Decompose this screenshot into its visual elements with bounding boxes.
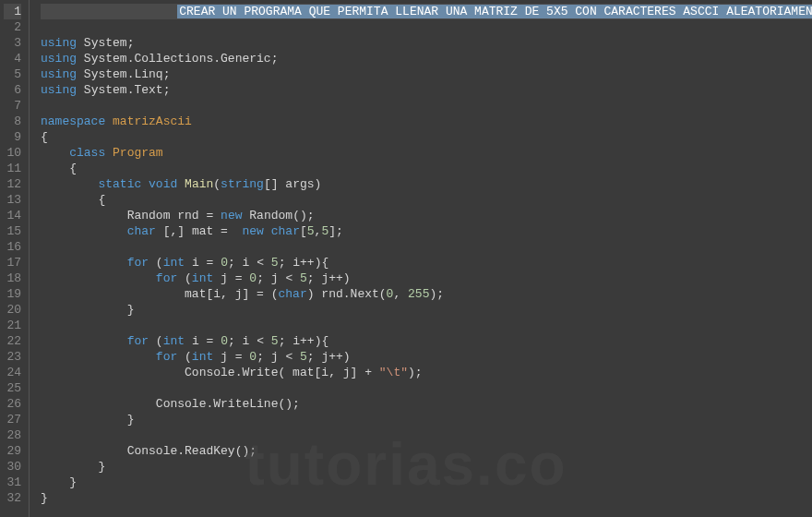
code-line: using System.Collections.Generic; [41,51,812,66]
code-line: Random rnd = new Random(); [41,208,812,223]
code-line: using System.Linq; [41,66,812,82]
code-line: for (int i = 0; i < 5; i++){ [41,333,812,349]
code-line [41,318,812,333]
code-line: using System; [41,35,812,51]
selected-comment: CREAR UN PROGRAMA QUE PERMITA LLENAR UNA… [177,5,812,18]
code-line: CREAR UN PROGRAMA QUE PERMITA LLENAR UNA… [41,4,812,19]
code-line: char [,] mat = new char[5,5]; [41,223,812,239]
code-line: { [41,192,812,208]
code-line [41,19,812,35]
code-editor[interactable]: 1234567891011121314151617181920212223242… [0,0,812,517]
code-line: Console.ReadKey(); [41,443,812,459]
code-line: class Program [41,145,812,161]
code-line [41,427,812,443]
code-line: Console.Write( mat[i, j] + "\t"); [41,365,812,380]
code-line: } [41,490,812,506]
code-area[interactable]: CREAR UN PROGRAMA QUE PERMITA LLENAR UNA… [30,0,812,517]
code-line: { [41,161,812,176]
code-line: for (int i = 0; i < 5; i++){ [41,255,812,271]
code-line: } [41,475,812,490]
code-line: } [41,412,812,427]
code-line [41,239,812,255]
code-line [41,380,812,396]
code-line: } [41,302,812,318]
code-line: for (int j = 0; j < 5; j++) [41,349,812,365]
code-line [41,98,812,114]
code-line: static void Main(string[] args) [41,176,812,192]
code-line: mat[i, j] = (char) rnd.Next(0, 255); [41,286,812,302]
code-line: namespace matrizAscii [41,114,812,129]
code-line: } [41,459,812,475]
code-line: using System.Text; [41,82,812,98]
code-line: Console.WriteLine(); [41,396,812,412]
code-line: { [41,129,812,145]
line-number-gutter: 1234567891011121314151617181920212223242… [0,0,30,517]
code-line: for (int j = 0; j < 5; j++) [41,271,812,286]
